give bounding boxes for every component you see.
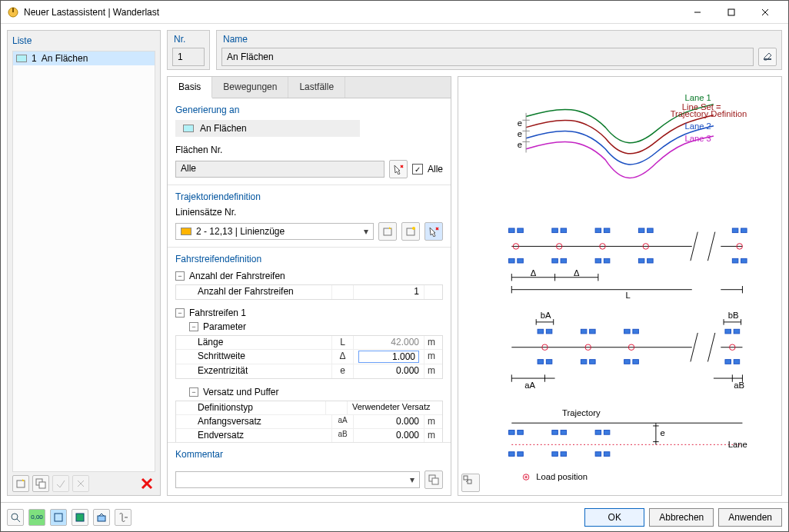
svg-rect-120: [509, 452, 515, 457]
svg-rect-82: [538, 360, 544, 364]
window-close[interactable]: [748, 2, 782, 23]
lin-label: Liniensätze Nr.: [175, 207, 443, 218]
svg-rect-86: [581, 360, 587, 364]
svg-rect-91: [633, 360, 639, 364]
end-value[interactable]: 0.000: [353, 429, 424, 443]
svg-rect-3: [728, 9, 734, 15]
footer-script-button[interactable]: [115, 509, 132, 526]
footer-view1-button[interactable]: [50, 509, 67, 526]
preview-panel: e e e Lane 1 Line Set = Trajectory Defin…: [458, 76, 782, 496]
footer-view3-button[interactable]: [93, 509, 110, 526]
apply-button[interactable]: Anwenden: [718, 508, 782, 527]
svg-rect-128: [595, 452, 601, 457]
schritt-input[interactable]: [358, 351, 419, 363]
svg-line-38: [707, 232, 714, 261]
name-edit-button[interactable]: [758, 48, 777, 66]
footer: 0,00 OK Abbrechen Anwenden: [1, 502, 788, 531]
svg-rect-50: [604, 258, 610, 263]
app-icon: [7, 6, 19, 18]
list-body[interactable]: 1 An Flächen: [12, 51, 155, 472]
svg-rect-121: [518, 452, 524, 457]
svg-rect-124: [552, 452, 558, 457]
svg-rect-39: [509, 228, 515, 233]
tab-bewegungen[interactable]: Bewegungen: [212, 77, 288, 98]
deftyp-value[interactable]: Verwendeter Versatz: [347, 401, 436, 414]
lin-select[interactable]: 2 - 12,13 | Linienzüge ▾: [175, 223, 374, 240]
window: Neuer Lastassistent | Wanderlast Liste 1…: [0, 0, 789, 532]
lin-value: 2 - 12,13 | Linienzüge: [196, 226, 359, 237]
ok-button[interactable]: OK: [584, 508, 644, 527]
svg-rect-53: [638, 258, 644, 263]
list-panel: Liste 1 An Flächen: [7, 30, 161, 496]
kommentar-lib-button[interactable]: [424, 470, 443, 489]
svg-text:e: e: [518, 129, 522, 138]
lin-pick-button[interactable]: [424, 222, 443, 241]
alle-label: Alle: [428, 164, 443, 175]
flaechen-input[interactable]: Alle: [175, 161, 385, 178]
svg-rect-47: [595, 228, 601, 233]
tree-toggle[interactable]: −: [175, 271, 185, 281]
svg-rect-84: [581, 329, 587, 334]
traj-title: Trajektoriendefinition: [175, 191, 443, 207]
tab-lastfaelle[interactable]: Lastfälle: [288, 77, 345, 98]
svg-text:Load position: Load position: [536, 472, 588, 481]
name-field[interactable]: An Flächen: [221, 48, 754, 66]
svg-text:bA: bA: [541, 311, 551, 320]
list-new-button[interactable]: [12, 475, 29, 492]
lin-edit-button[interactable]: [401, 222, 420, 241]
exz-value[interactable]: 0.000: [353, 364, 424, 378]
kommentar-select[interactable]: ▾: [175, 471, 420, 488]
gen-chip: An Flächen: [175, 120, 360, 137]
svg-point-18: [412, 227, 415, 230]
tree-toggle[interactable]: −: [175, 308, 185, 318]
kommentar-title: Kommentar: [175, 449, 443, 464]
tab-basis[interactable]: Basis: [168, 77, 212, 98]
tree-toggle[interactable]: −: [189, 387, 198, 397]
svg-rect-83: [546, 360, 552, 364]
svg-rect-52: [648, 228, 654, 233]
list-delete-button[interactable]: [138, 475, 155, 492]
footer-units-button[interactable]: 0,00: [28, 509, 45, 526]
svg-rect-80: [538, 329, 544, 334]
svg-text:aA: aA: [524, 381, 535, 390]
footer-search-button[interactable]: [7, 509, 24, 526]
anzahl-value[interactable]: 1: [353, 285, 424, 299]
svg-rect-57: [732, 258, 738, 263]
svg-rect-95: [734, 360, 740, 364]
window-maximize[interactable]: [714, 2, 748, 23]
list-cross-button: [72, 475, 89, 492]
svg-rect-55: [732, 228, 738, 233]
tree-toggle[interactable]: −: [189, 322, 198, 331]
lin-new-button[interactable]: [378, 222, 397, 241]
cancel-button[interactable]: Abbrechen: [649, 508, 714, 527]
svg-rect-87: [590, 360, 596, 364]
svg-rect-81: [546, 329, 552, 334]
flaechen-pick-button[interactable]: [389, 160, 408, 178]
svg-rect-43: [552, 228, 558, 233]
footer-view2-button[interactable]: [72, 509, 88, 526]
svg-text:e: e: [518, 140, 522, 149]
svg-text:Δ: Δ: [574, 268, 580, 278]
svg-rect-41: [509, 258, 515, 263]
svg-rect-89: [633, 329, 639, 334]
preview-tool-button[interactable]: [461, 474, 480, 492]
gen-title: Generierung an: [175, 105, 443, 120]
svg-line-79: [707, 333, 714, 362]
window-minimize[interactable]: [681, 2, 714, 23]
schritt-value[interactable]: [353, 350, 424, 364]
svg-rect-123: [561, 431, 567, 435]
svg-rect-51: [638, 228, 644, 233]
anf-value[interactable]: 0.000: [353, 415, 424, 428]
svg-rect-22: [432, 478, 438, 484]
svg-rect-145: [76, 514, 84, 521]
svg-text:Δ: Δ: [531, 268, 537, 278]
param-label: Parameter: [203, 321, 246, 332]
svg-rect-92: [725, 329, 731, 334]
list-row[interactable]: 1 An Flächen: [13, 52, 155, 65]
list-copy-button[interactable]: [32, 475, 49, 492]
svg-rect-58: [741, 258, 747, 263]
svg-rect-90: [624, 360, 631, 364]
svg-rect-118: [509, 431, 515, 435]
alle-checkbox[interactable]: ✓: [412, 164, 423, 175]
fahr-title: Fahrstreifendefinition: [175, 254, 443, 269]
